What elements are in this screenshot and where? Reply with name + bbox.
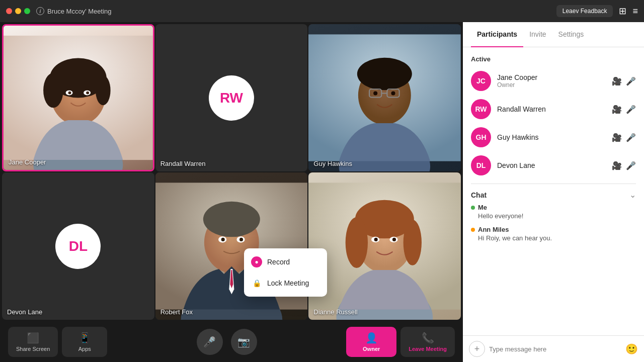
bottom-toolbar: ⬛ Share Screen 📱 Apps 🎤 📷 👤 Owner 📞 xyxy=(0,322,463,362)
chat-section: Chat ⌄ Me Hello everyone! Ann xyxy=(471,184,636,252)
participant-controls-guy: 🎥 🎤 xyxy=(612,133,636,142)
apps-button[interactable]: 📱 Apps xyxy=(62,327,107,357)
lock-meeting-menu-item[interactable]: 🔒 Lock Meeting xyxy=(244,273,327,294)
participant-name-jane: Jane Cooper xyxy=(497,73,606,81)
maximize-button[interactable] xyxy=(24,8,30,14)
cam-icon-randall: 🎥 xyxy=(612,105,622,114)
chat-add-button[interactable]: + xyxy=(469,341,485,357)
svg-point-37 xyxy=(346,217,368,268)
meeting-title-info: i Bruce Mccoy' Meeting xyxy=(36,7,111,15)
record-label: Record xyxy=(267,258,290,266)
video-name-robert: Robert Fox xyxy=(160,308,193,316)
avatar-devon-sidebar: DL xyxy=(471,155,491,175)
cam-icon-jane: 🎥 xyxy=(612,76,622,86)
share-screen-label: Share Screen xyxy=(16,346,50,352)
info-icon: i xyxy=(36,7,44,15)
video-cell-devon[interactable]: DL Devon Lane xyxy=(2,172,154,320)
video-cell-jane[interactable]: Jane Cooper xyxy=(2,24,154,171)
participant-controls-jane: 🎥 🎤 xyxy=(612,76,636,86)
hamburger-menu-icon[interactable]: ≡ xyxy=(632,6,638,17)
chat-input-area: + 🙂 xyxy=(463,335,644,362)
toolbar-center: 🎤 📷 xyxy=(111,329,342,355)
participant-role-jane: Owner xyxy=(497,81,606,88)
svg-point-6 xyxy=(96,75,111,105)
avatar-randall: RW xyxy=(209,75,254,121)
popup-menu: ● Record 🔒 Lock Meeting xyxy=(244,248,327,297)
video-name-guy: Guy Hawkins xyxy=(313,160,352,167)
chat-chevron-icon[interactable]: ⌄ xyxy=(629,190,636,200)
participant-info-randall: Randall Warren xyxy=(497,105,606,113)
sidebar: Participants Invite Settings Active JC J… xyxy=(463,22,644,362)
chat-sender-me: Me xyxy=(471,204,636,211)
participant-info-guy: Guy Hawkins xyxy=(497,133,606,141)
tab-settings[interactable]: Settings xyxy=(552,22,590,47)
video-area: Jane Cooper RW Randall Warren xyxy=(0,22,463,362)
participant-item-randall: RW Randall Warren 🎥 🎤 xyxy=(471,95,636,123)
sidebar-tabs: Participants Invite Settings xyxy=(463,22,644,47)
tab-invite[interactable]: Invite xyxy=(523,22,552,47)
chat-text-ann: Hi Roiy, we can hear you. xyxy=(471,234,636,242)
share-screen-button[interactable]: ⬛ Share Screen xyxy=(8,327,58,357)
view-layout-icon[interactable]: ⊞ xyxy=(619,6,626,17)
share-screen-icon: ⬛ xyxy=(27,332,39,344)
participant-item-devon: DL Devon Lane 🎥 🎤 xyxy=(471,151,636,179)
camera-button[interactable]: 📷 xyxy=(231,329,257,355)
online-dot-me xyxy=(471,206,475,210)
chat-message-0: Me Hello everyone! xyxy=(471,204,636,220)
camera-icon: 📷 xyxy=(237,336,250,348)
lock-meeting-label: Lock Meeting xyxy=(267,279,309,287)
video-name-devon: Devon Lane xyxy=(7,308,42,316)
traffic-lights xyxy=(6,8,30,14)
video-cell-guy[interactable]: Guy Hawkins xyxy=(308,24,461,171)
svg-point-42 xyxy=(392,238,396,241)
avatar-randall-sidebar: RW xyxy=(471,99,491,119)
chat-message-1: Ann Miles Hi Roiy, we can hear you. xyxy=(471,226,636,242)
mic-icon-guy: 🎤 xyxy=(626,133,636,142)
apps-icon: 📱 xyxy=(78,332,91,344)
leave-meeting-button[interactable]: 📞 Leave Meeting xyxy=(400,327,455,357)
video-name-randall: Randall Warren xyxy=(160,160,206,167)
sidebar-content: Active JC Jane Cooper Owner 🎥 🎤 RW xyxy=(463,47,644,335)
record-menu-item[interactable]: ● Record xyxy=(244,251,327,273)
title-right-controls: Leaev Feadback ⊞ ≡ xyxy=(556,5,638,17)
microphone-button[interactable]: 🎤 xyxy=(197,329,223,355)
participant-controls-devon: 🎥 🎤 xyxy=(612,161,636,170)
mic-icon-jane: 🎤 xyxy=(626,76,636,86)
minimize-button[interactable] xyxy=(15,8,21,14)
chat-sender-ann: Ann Miles xyxy=(471,226,636,233)
emoji-button[interactable]: 🙂 xyxy=(625,343,638,355)
participant-name-randall: Randall Warren xyxy=(497,105,606,113)
video-cell-randall[interactable]: RW Randall Warren xyxy=(155,24,308,171)
chat-input[interactable] xyxy=(489,345,621,353)
chat-messages: Me Hello everyone! Ann Miles Hi Roiy, we… xyxy=(471,204,636,252)
close-button[interactable] xyxy=(6,8,12,14)
tab-participants[interactable]: Participants xyxy=(471,22,523,47)
chat-header: Chat ⌄ xyxy=(471,184,636,204)
owner-icon: 👤 xyxy=(365,332,378,344)
leave-feedback-button[interactable]: Leaev Feadback xyxy=(556,5,613,17)
mic-icon-devon: 🎤 xyxy=(626,161,636,170)
svg-point-20 xyxy=(391,91,395,95)
svg-point-27 xyxy=(221,238,224,241)
participant-item-jane: JC Jane Cooper Owner 🎥 🎤 xyxy=(471,67,636,95)
lock-icon: 🔒 xyxy=(251,278,262,289)
participant-name-devon: Devon Lane xyxy=(497,161,606,169)
svg-point-25 xyxy=(203,202,260,237)
svg-point-40 xyxy=(374,238,378,241)
avatar-guy-sidebar: GH xyxy=(471,127,491,147)
participant-name-guy: Guy Hawkins xyxy=(497,133,606,141)
svg-point-10 xyxy=(86,92,89,95)
participant-controls-randall: 🎥 🎤 xyxy=(612,105,636,114)
leave-meeting-label: Leave Meeting xyxy=(409,346,447,352)
meeting-title: Bruce Mccoy' Meeting xyxy=(47,8,111,15)
avatar-devon: DL xyxy=(55,224,101,269)
leave-icon: 📞 xyxy=(422,332,434,344)
video-cell-dianne[interactable]: Dianne Russell xyxy=(308,172,461,320)
video-name-jane: Jane Cooper xyxy=(9,158,46,166)
owner-button[interactable]: 👤 Owner xyxy=(346,327,396,357)
chat-title: Chat xyxy=(471,191,487,199)
svg-point-8 xyxy=(68,92,71,95)
svg-point-15 xyxy=(357,58,412,90)
participant-info-jane: Jane Cooper Owner xyxy=(497,73,606,88)
video-cell-robert[interactable]: Robert Fox xyxy=(155,172,308,320)
